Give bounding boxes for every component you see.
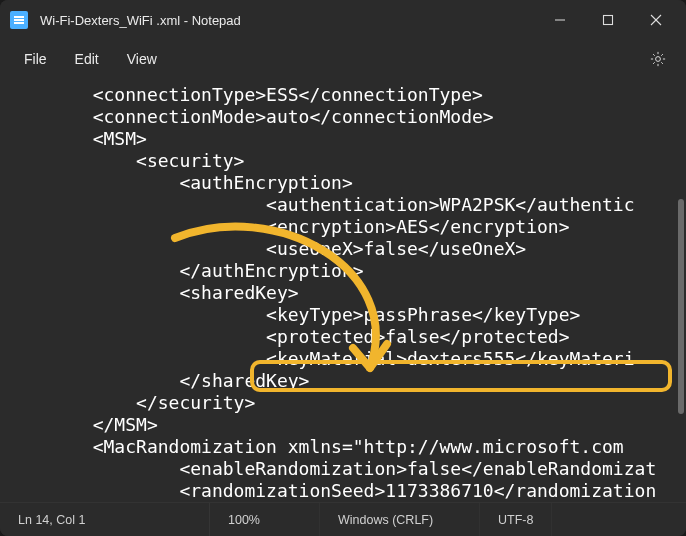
menu-view[interactable]: View <box>113 45 171 73</box>
minimize-icon <box>554 14 566 26</box>
minimize-button[interactable] <box>536 0 584 40</box>
status-cursor-position: Ln 14, Col 1 <box>0 503 210 536</box>
status-encoding: UTF-8 <box>480 503 552 536</box>
gear-icon <box>649 50 667 68</box>
window-controls <box>536 0 680 40</box>
status-line-ending: Windows (CRLF) <box>320 503 480 536</box>
notepad-app-icon <box>10 11 28 29</box>
scrollbar-thumb[interactable] <box>678 199 684 413</box>
editor-area[interactable]: <connectionType>ESS</connectionType> <co… <box>0 78 686 502</box>
vertical-scrollbar[interactable] <box>678 84 684 496</box>
window-title: Wi-Fi-Dexters_WiFi .xml - Notepad <box>40 13 536 28</box>
menu-edit[interactable]: Edit <box>61 45 113 73</box>
menubar: File Edit View <box>0 40 686 78</box>
text-content[interactable]: <connectionType>ESS</connectionType> <co… <box>0 78 678 502</box>
close-icon <box>650 14 662 26</box>
notepad-window: Wi-Fi-Dexters_WiFi .xml - Notepad File E… <box>0 0 686 536</box>
maximize-icon <box>602 14 614 26</box>
close-button[interactable] <box>632 0 680 40</box>
statusbar: Ln 14, Col 1 100% Windows (CRLF) UTF-8 <box>0 502 686 536</box>
titlebar[interactable]: Wi-Fi-Dexters_WiFi .xml - Notepad <box>0 0 686 40</box>
menu-file[interactable]: File <box>10 45 61 73</box>
svg-point-4 <box>656 57 661 62</box>
maximize-button[interactable] <box>584 0 632 40</box>
status-zoom[interactable]: 100% <box>210 503 320 536</box>
settings-button[interactable] <box>640 43 676 75</box>
svg-rect-1 <box>604 16 613 25</box>
